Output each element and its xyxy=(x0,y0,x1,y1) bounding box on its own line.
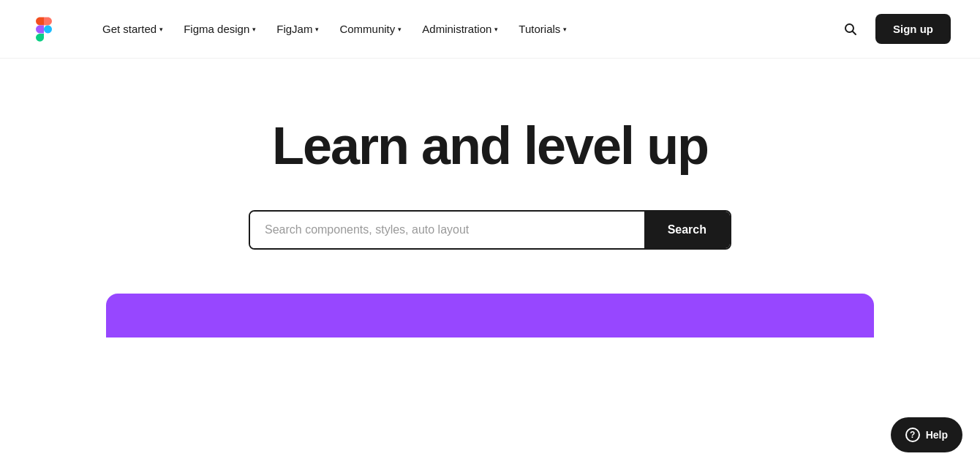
chevron-down-icon: ▾ xyxy=(159,26,163,33)
nav-search-button[interactable] xyxy=(837,16,864,42)
search-bar: Search xyxy=(249,210,731,250)
nav-actions: Sign up xyxy=(837,14,951,44)
figma-logo-icon xyxy=(29,12,59,47)
help-button[interactable]: ? Help xyxy=(891,417,962,452)
nav-item-figjam[interactable]: FigJam ▾ xyxy=(268,17,328,41)
nav-item-administration[interactable]: Administration ▾ xyxy=(413,17,507,41)
nav-links: Get started ▾ Figma design ▾ FigJam ▾ Co… xyxy=(94,17,837,41)
nav-item-get-started[interactable]: Get started ▾ xyxy=(94,17,172,41)
chevron-down-icon: ▾ xyxy=(315,26,319,33)
help-icon: ? xyxy=(905,428,920,442)
search-icon xyxy=(843,22,858,37)
search-input[interactable] xyxy=(250,212,644,248)
search-button[interactable]: Search xyxy=(644,212,730,248)
sign-up-button[interactable]: Sign up xyxy=(875,14,951,44)
nav-item-community[interactable]: Community ▾ xyxy=(331,17,410,41)
nav-item-tutorials[interactable]: Tutorials ▾ xyxy=(510,17,576,41)
hero-section: Learn and level up Search xyxy=(0,59,980,294)
navbar: Get started ▾ Figma design ▾ FigJam ▾ Co… xyxy=(0,0,980,59)
hero-title: Learn and level up xyxy=(272,117,708,175)
chevron-down-icon: ▾ xyxy=(252,26,256,33)
logo[interactable] xyxy=(29,12,59,47)
nav-item-figma-design[interactable]: Figma design ▾ xyxy=(175,17,265,41)
purple-section xyxy=(106,294,874,337)
chevron-down-icon: ▾ xyxy=(563,26,567,33)
chevron-down-icon: ▾ xyxy=(398,26,402,33)
chevron-down-icon: ▾ xyxy=(494,26,498,33)
